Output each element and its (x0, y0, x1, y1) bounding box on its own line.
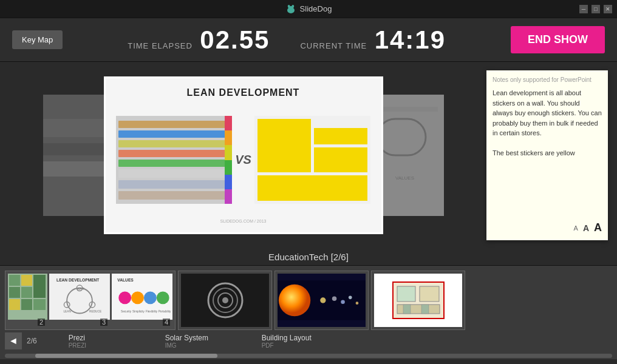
film-slide-2-num: 2 (38, 318, 45, 326)
slide-footer: SLIDEDOG.COM / 2013 (220, 219, 267, 223)
filmstrip-scroll-thumb[interactable] (35, 354, 217, 358)
notes-panel: Notes only supported for PowerPoint Lean… (486, 70, 608, 240)
current-time-area: CURRENT TIME 14:19 (300, 25, 446, 55)
svg-rect-20 (33, 275, 46, 298)
svg-text:VALUES: VALUES (117, 278, 134, 282)
close-button[interactable]: ✕ (604, 5, 612, 13)
slide-main-title: LEAN DEVELOPMENT (187, 87, 300, 98)
svg-text:LEAN DEVELOPMENT: LEAN DEVELOPMENT (56, 278, 99, 282)
tabs (225, 116, 232, 204)
film-label-building: Building Layout PDF (259, 332, 353, 350)
prezi-thumbnail (181, 274, 269, 327)
svg-rect-21 (33, 299, 46, 310)
notes-footer: A A A (493, 221, 602, 234)
film-item-prezi[interactable] (178, 271, 272, 330)
slide-4-svg: VALUES Security Simplicity Flexibility P… (113, 275, 172, 318)
nav-prev-arrow[interactable]: ◄ (5, 332, 22, 349)
svg-rect-10 (377, 107, 438, 112)
filmstrip: 2 LEAN DEVELOPMENT WAIT LEAN (0, 265, 617, 359)
time-elapsed-label: TIME ELAPSED (128, 41, 193, 50)
solar-label-type: IMG (165, 342, 254, 349)
film-slide-2[interactable]: 2 (8, 274, 47, 327)
notes-body: Lean development is all about stickers o… (493, 88, 602, 217)
mini-slide-2-visual (8, 274, 47, 320)
slide-2-svg (8, 274, 47, 320)
stickies-right (254, 116, 370, 204)
film-slide-4[interactable]: VALUES Security Simplicity Flexibility P… (112, 274, 172, 327)
svg-point-33 (118, 291, 131, 304)
maximize-button[interactable]: □ (591, 5, 600, 13)
svg-rect-58 (403, 305, 411, 314)
film-label-prezi: Prezi PREZI (66, 332, 160, 350)
app-name: SlideDog (300, 4, 332, 13)
title-bar: SlideDog ─ □ ✕ (0, 0, 617, 18)
dog-icon (285, 4, 296, 15)
filmstrip-scrollbar[interactable] (5, 354, 612, 358)
svg-point-52 (356, 302, 359, 305)
svg-rect-14 (9, 275, 20, 286)
film-slide-3[interactable]: LEAN DEVELOPMENT WAIT LEAN REDUCE 3 (49, 274, 110, 327)
film-item-solar[interactable] (274, 271, 369, 330)
mini-slide-3-visual: LEAN DEVELOPMENT WAIT LEAN REDUCE (49, 274, 110, 320)
lean-slide-content: LEAN DEVELOPMENT (106, 78, 381, 232)
notes-paragraph-2: The best stickers are yellow (493, 148, 602, 158)
svg-text:Simplicity: Simplicity (132, 310, 145, 313)
sticky-1 (257, 119, 311, 172)
svg-point-34 (131, 291, 144, 304)
film-slide-3-inner: LEAN DEVELOPMENT WAIT LEAN REDUCE (49, 274, 110, 320)
building-svg (388, 279, 449, 322)
lean-content-area: VS (115, 103, 372, 217)
film-item-building[interactable] (371, 271, 465, 330)
end-show-button[interactable]: END SHOW (511, 26, 605, 53)
building-label-name: Building Layout (262, 334, 351, 342)
current-time-label: CURRENT TIME (300, 41, 367, 50)
svg-point-36 (157, 291, 169, 304)
slide-current[interactable]: LEAN DEVELOPMENT (104, 76, 383, 234)
filmstrip-nav: ◄ 2/6 Prezi PREZI Solar System IMG Build… (0, 330, 617, 352)
window-controls: ─ □ ✕ (579, 5, 612, 13)
app-title-area: SlideDog (285, 4, 332, 15)
svg-text:Security: Security (121, 310, 132, 313)
font-size-large-button[interactable]: A (594, 221, 602, 234)
svg-text:VALUES: VALUES (395, 175, 414, 181)
slide-carousel: LEAN DEVELOPMENT (0, 68, 486, 243)
building-thumbnail (374, 274, 462, 327)
top-bar: Key Map TIME ELAPSED 02.55 CURRENT TIME … (0, 18, 617, 62)
sticky-3 (314, 147, 367, 173)
time-elapsed-area: TIME ELAPSED 02.55 (128, 25, 270, 55)
notes-header: Notes only supported for PowerPoint (493, 76, 602, 83)
svg-text:REDUCE: REDUCE (89, 310, 101, 313)
svg-point-50 (341, 300, 345, 305)
svg-text:Portability: Portability (159, 310, 171, 313)
solar-label-name: Solar System (165, 334, 254, 342)
papers-left (116, 116, 232, 204)
film-label-solar: Solar System IMG (163, 332, 257, 350)
timer-section: TIME ELAPSED 02.55 CURRENT TIME 14:19 (63, 25, 511, 55)
film-labels: Prezi PREZI Solar System IMG Building La… (66, 332, 612, 350)
svg-rect-19 (21, 299, 32, 310)
solar-thumbnail (278, 274, 366, 327)
notes-paragraph-1: Lean development is all about stickers o… (493, 88, 602, 138)
svg-point-45 (222, 297, 228, 303)
sticky-2 (314, 128, 367, 144)
svg-rect-18 (9, 299, 20, 310)
svg-point-49 (332, 296, 336, 300)
font-size-small-button[interactable]: A (574, 224, 578, 232)
filmstrip-pptx-group: 2 LEAN DEVELOPMENT WAIT LEAN (5, 271, 176, 330)
building-label-type: PDF (262, 342, 351, 349)
svg-rect-16 (9, 287, 20, 298)
svg-rect-15 (21, 275, 32, 286)
solar-svg (278, 279, 366, 322)
mini-slide-4-visual: VALUES Security Simplicity Flexibility P… (112, 274, 172, 320)
minimize-button[interactable]: ─ (579, 5, 588, 13)
svg-rect-59 (421, 305, 429, 314)
key-map-button[interactable]: Key Map (12, 30, 63, 49)
prezi-svg (201, 279, 250, 322)
svg-text:Flexibility: Flexibility (146, 310, 158, 313)
prezi-label-type: PREZI (69, 342, 158, 349)
current-time-value: 14:19 (375, 25, 446, 54)
svg-text:WAIT: WAIT (77, 288, 84, 291)
svg-rect-17 (21, 287, 32, 298)
film-slide-2-inner (8, 274, 47, 320)
font-size-medium-button[interactable]: A (583, 223, 589, 233)
